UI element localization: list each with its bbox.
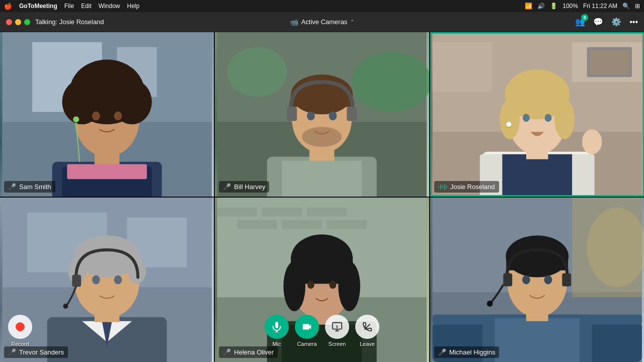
video-cell-sam-smith: 🎤 Sam Smith [0,32,214,197]
titlebar-right: 👥 8 💬 ⚙️ ••• [575,17,638,27]
mic-icon-bill-harvey: 🎤 [223,183,231,191]
time-display: Fri 11:22 AM [583,3,617,10]
battery-icon: 🔋 [550,3,557,10]
svg-rect-79 [327,220,367,229]
wave-bar-2 [440,185,441,190]
participant-video-michael-higgins [430,198,644,362]
titlebar-left: Talking: Josie Roseland [6,18,104,26]
svg-point-16 [73,116,79,122]
leave-btn-icon [362,321,373,332]
ellipsis-icon: ••• [629,18,638,26]
control-center-icon[interactable]: ⊞ [635,3,640,10]
participant-name-michael-higgins: 🎤 Michael Higgins [434,346,500,358]
maximize-button[interactable] [24,19,30,25]
record-label: Record [11,341,29,347]
window-title: Talking: Josie Roseland [35,18,104,26]
svg-rect-26 [291,95,353,107]
record-button[interactable] [8,315,32,339]
svg-rect-110 [562,274,571,287]
screen-btn-label: Screen [329,341,346,347]
svg-rect-102 [495,318,579,362]
svg-point-48 [554,100,575,139]
svg-point-49 [523,114,530,122]
minimize-button[interactable] [15,19,21,25]
menu-file[interactable]: File [64,3,74,10]
svg-point-29 [329,112,337,121]
menu-edit[interactable]: Edit [81,3,92,10]
video-cell-michael-higgins: 🎤 Michael Higgins [430,198,644,362]
mic-icon-sam-smith: 🎤 [8,183,16,191]
record-overlay: Record [8,315,32,347]
participants-button[interactable]: 👥 8 [575,17,585,27]
svg-rect-78 [282,220,322,229]
apple-logo-icon[interactable]: 🍎 [4,3,12,10]
svg-rect-32 [282,161,362,197]
svg-rect-76 [307,208,347,217]
svg-point-89 [307,281,314,289]
svg-point-107 [522,276,530,285]
titlebar-center[interactable]: 📹 Active Cameras ⌃ [290,18,355,26]
video-grid: 🎤 Sam Smith [0,32,644,362]
name-label-helena-oliver: Helena Oliver [234,348,274,356]
participant-name-josie-roseland: Josie Roseland [434,181,499,193]
name-label-michael-higgins: Michael Higgins [449,348,496,356]
mic-icon-michael-higgins: 🎤 [438,348,446,356]
name-label-bill-harvey: Bill Harvey [234,183,265,191]
menubar-left: 🍎 GoToMeeting File Edit Window Help [4,3,139,10]
chevron-down-icon: ⌃ [350,19,354,25]
close-button[interactable] [6,19,12,25]
leave-toolbar-btn[interactable]: Leave [355,315,379,347]
video-cell-helena-oliver: 🎤 Helena Oliver Mic [215,198,429,362]
screen-toolbar-btn[interactable]: Screen [325,315,349,347]
leave-btn-circle [355,315,379,339]
settings-button[interactable]: ⚙️ [611,17,621,27]
svg-point-50 [544,114,551,122]
participant-video-sam-smith [0,32,214,197]
name-label-sam-smith: Sam Smith [19,183,51,191]
participant-name-sam-smith: 🎤 Sam Smith [4,181,55,193]
active-cameras-label: Active Cameras [301,18,348,26]
wave-bar-1 [438,186,439,188]
traffic-lights [6,19,30,25]
svg-rect-31 [347,107,357,121]
camera-btn-icon [301,321,312,332]
svg-point-27 [302,127,342,147]
window-titlebar: Talking: Josie Roseland 📹 Active Cameras… [0,12,644,32]
svg-rect-42 [502,154,572,197]
search-icon[interactable]: 🔍 [622,3,630,10]
name-label-trevor-sanders: Trevor Sanders [19,348,64,356]
svg-rect-69 [72,275,81,287]
meeting-toolbar: Mic Camera [265,315,379,347]
name-label-josie-roseland: Josie Roseland [450,183,495,191]
participant-video-josie-roseland [430,32,644,197]
svg-point-90 [330,281,337,289]
svg-rect-77 [237,220,277,229]
participant-count-badge: 8 [581,14,588,21]
mic-icon-helena-oliver: 🎤 [223,348,231,356]
mic-toolbar-btn[interactable]: Mic [265,315,289,347]
more-options-button[interactable]: ••• [629,18,638,27]
volume-icon: 🔊 [537,3,545,10]
svg-point-52 [582,129,602,154]
camera-toolbar-btn[interactable]: Camera [295,315,319,347]
camera-view-icon: 📹 [290,18,298,26]
svg-point-20 [352,52,429,112]
menu-help[interactable]: Help [127,3,140,10]
svg-point-21 [227,47,287,97]
video-cell-bill-harvey: 🎤 Bill Harvey [215,32,429,197]
menubar-right: 📶 🔊 🔋 100% Fri 11:22 AM 🔍 ⊞ [525,3,640,10]
screen-btn-icon [332,321,343,332]
svg-point-67 [92,276,100,285]
svg-point-98 [587,208,644,288]
svg-rect-36 [432,42,492,92]
camera-btn-circle [295,315,319,339]
macos-menubar: 🍎 GoToMeeting File Edit Window Help 📶 🔊 … [0,0,644,12]
svg-rect-30 [287,107,297,121]
participant-name-trevor-sanders: 🎤 Trevor Sanders [4,346,68,358]
app-name[interactable]: GoToMeeting [19,3,57,10]
battery-percent: 100% [562,3,578,10]
svg-point-70 [63,304,68,309]
menu-window[interactable]: Window [99,3,120,10]
svg-rect-74 [217,208,257,217]
chat-button[interactable]: 💬 [593,17,603,27]
